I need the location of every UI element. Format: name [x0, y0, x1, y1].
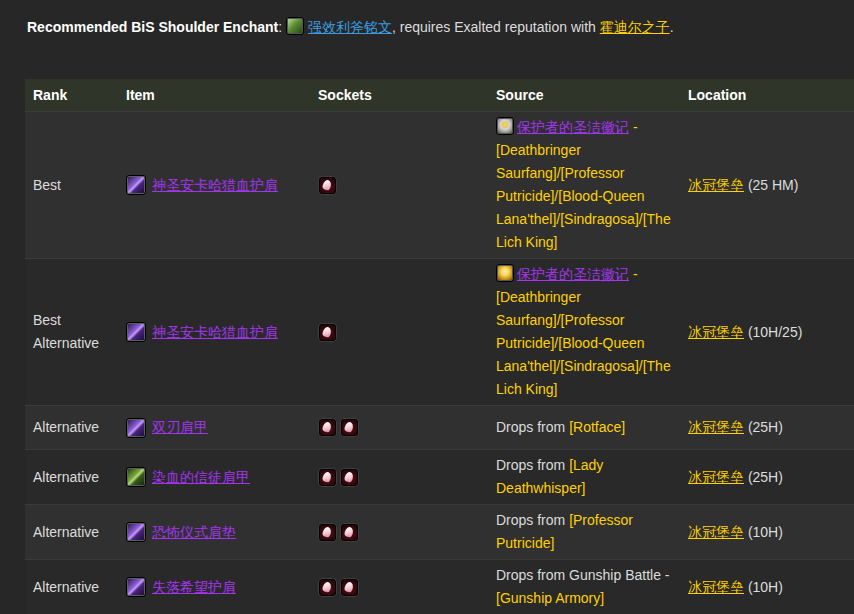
red-socket-icon: [318, 468, 337, 487]
zone-link[interactable]: 冰冠堡垒: [688, 524, 744, 540]
source-token-link[interactable]: 保护者的圣洁徽记: [517, 266, 629, 282]
red-socket-icon: [318, 323, 337, 342]
rank-cell: Best: [25, 112, 118, 259]
zone-link[interactable]: 冰冠堡垒: [688, 324, 744, 340]
zone-link[interactable]: 冰冠堡垒: [688, 419, 744, 435]
red-socket-icon: [318, 418, 337, 437]
table-row: Alternative 染血的信徒肩甲 Drops from [Lady Dea…: [25, 450, 854, 505]
drops-from-label: Drops from: [496, 512, 569, 528]
zone-link[interactable]: 冰冠堡垒: [688, 579, 744, 595]
item-icon[interactable]: [126, 175, 146, 195]
red-socket-icon: [340, 418, 359, 437]
header-rank: Rank: [25, 79, 118, 112]
difficulty-label: (25H): [744, 469, 783, 485]
table-header-row: Rank Item Sockets Source Location: [25, 79, 854, 112]
table-row: Best 神圣安卡哈猎血护肩 保护者的圣洁徽记 - [Deathbringer …: [25, 112, 854, 259]
drops-from-label: Drops from Gunship Battle -: [496, 567, 670, 583]
table-row: Best Alternative 神圣安卡哈猎血护肩 保护者的圣洁徽记 - [D…: [25, 259, 854, 406]
red-socket-icon: [340, 523, 359, 542]
red-socket-icon: [318, 523, 337, 542]
drops-from-label: Drops from: [496, 457, 569, 473]
item-icon[interactable]: [126, 322, 146, 342]
item-link[interactable]: 恐怖仪式肩垫: [152, 521, 236, 544]
item-link[interactable]: 双刃肩甲: [152, 416, 208, 439]
sanctified-mark-silver-icon[interactable]: [496, 117, 514, 135]
rank-cell: Alternative: [25, 560, 118, 614]
red-socket-icon: [318, 176, 337, 195]
drops-from-label: Drops from: [496, 419, 569, 435]
table-row: Alternative 失落希望护肩 Drops from Gunship Ba…: [25, 560, 854, 614]
item-link[interactable]: 失落希望护肩: [152, 576, 236, 599]
header-location: Location: [680, 79, 854, 112]
item-link[interactable]: 染血的信徒肩甲: [152, 466, 250, 489]
difficulty-label: (10H): [744, 579, 783, 595]
table-row: Alternative 恐怖仪式肩垫 Drops from [Professor…: [25, 505, 854, 560]
zone-link[interactable]: 冰冠堡垒: [688, 177, 744, 193]
source-cell: Drops from [Lady Deathwhisper]: [488, 450, 680, 505]
rank-cell: Best Alternative: [25, 259, 118, 406]
bis-enchant-note: Recommended BiS Shoulder Enchant: 强效利斧铭文…: [0, 0, 854, 38]
header-sockets: Sockets: [310, 79, 488, 112]
source-cell: Drops from [Professor Putricide]: [488, 505, 680, 560]
item-icon[interactable]: [126, 418, 146, 438]
red-socket-icon: [340, 468, 359, 487]
red-socket-icon: [340, 578, 359, 597]
difficulty-label: (25 HM): [744, 177, 798, 193]
enchant-note-label: Recommended BiS Shoulder Enchant: [27, 19, 278, 35]
enchant-link[interactable]: 强效利斧铭文: [308, 19, 392, 35]
zone-link[interactable]: 冰冠堡垒: [688, 469, 744, 485]
shoulder-enchant-icon[interactable]: [286, 17, 304, 35]
boss-link[interactable]: [Rotface]: [569, 419, 625, 435]
bis-shoulder-table: Rank Item Sockets Source Location Best 神…: [25, 79, 854, 614]
difficulty-label: (10H): [744, 524, 783, 540]
item-link[interactable]: 神圣安卡哈猎血护肩: [152, 174, 278, 197]
red-socket-icon: [318, 578, 337, 597]
item-icon[interactable]: [126, 522, 146, 542]
source-cell: Drops from Gunship Battle - [Gunship Arm…: [488, 560, 680, 614]
sanctified-mark-gold-icon[interactable]: [496, 264, 514, 282]
header-source: Source: [488, 79, 680, 112]
item-link[interactable]: 神圣安卡哈猎血护肩: [152, 321, 278, 344]
source-cell: 保护者的圣洁徽记 - [Deathbringer Saurfang]/[Prof…: [488, 112, 680, 259]
source-cell: Drops from [Rotface]: [488, 406, 680, 450]
rank-cell: Alternative: [25, 406, 118, 450]
item-icon[interactable]: [126, 467, 146, 487]
source-cell: 保护者的圣洁徽记 - [Deathbringer Saurfang]/[Prof…: [488, 259, 680, 406]
boss-links[interactable]: - [Deathbringer Saurfang]/[Professor Put…: [496, 266, 671, 397]
table-row: Alternative 双刃肩甲 Drops from [Rotface] 冰冠…: [25, 406, 854, 450]
boss-links[interactable]: - [Deathbringer Saurfang]/[Professor Put…: [496, 119, 671, 250]
faction-link[interactable]: 霍迪尔之子: [600, 19, 670, 35]
rank-cell: Alternative: [25, 505, 118, 560]
rank-cell: Alternative: [25, 450, 118, 505]
source-token-link[interactable]: 保护者的圣洁徽记: [517, 119, 629, 135]
difficulty-label: (25H): [744, 419, 783, 435]
difficulty-label: (10H/25): [744, 324, 802, 340]
item-icon[interactable]: [126, 577, 146, 597]
boss-link[interactable]: [Gunship Armory]: [496, 590, 604, 606]
header-item: Item: [118, 79, 310, 112]
